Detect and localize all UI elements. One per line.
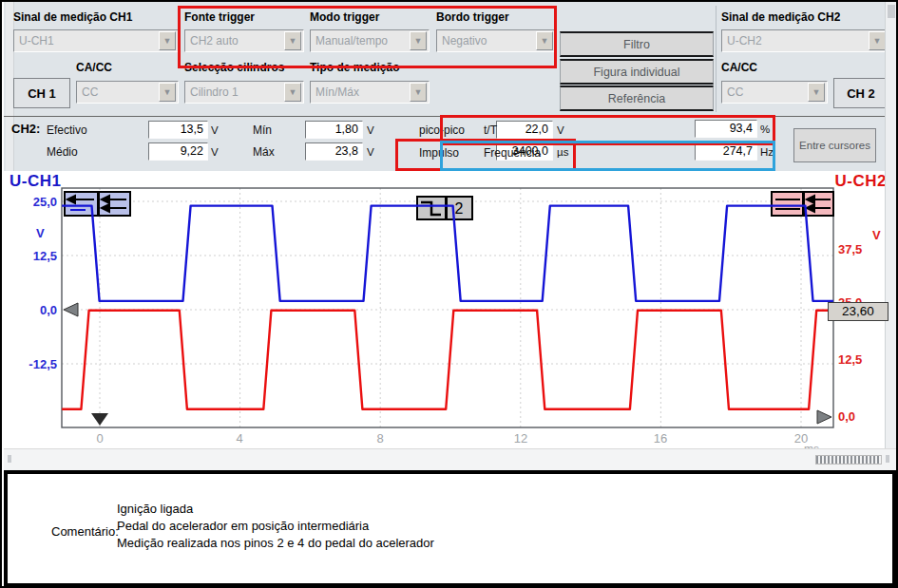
x-tick-0: 0 xyxy=(81,431,119,446)
cursor-value-readout: 23,60 xyxy=(828,302,888,321)
right-axis-unit: V xyxy=(872,228,881,242)
left-tick-12-5: 12,5 xyxy=(23,249,57,263)
horizontal-scrollbar[interactable] xyxy=(4,448,896,470)
ch1-trace-title: U-CH1 xyxy=(10,172,61,191)
ch1-signal-value: U-CH1 xyxy=(14,34,159,47)
chevron-down-icon: ▼ xyxy=(536,31,553,50)
right-tick-37-5: 37,5 xyxy=(838,242,862,256)
frequencia-value: 274,7 xyxy=(695,142,757,161)
min-unit: V xyxy=(367,124,374,136)
meas-channel-label: CH2: xyxy=(11,122,40,136)
trigger-time-marker[interactable] xyxy=(91,413,108,426)
trigger-edge-value: Negativo xyxy=(437,34,536,47)
t-over-T-label: t/T xyxy=(484,123,497,137)
chevron-down-icon: ▼ xyxy=(159,83,176,102)
chevron-down-icon: ▼ xyxy=(159,31,176,50)
ch2-button[interactable]: CH 2 xyxy=(833,78,888,108)
measure-type-select[interactable]: Mín/Máx ▼ xyxy=(310,81,430,104)
ch1-cacc-label: CA/CC xyxy=(76,61,112,74)
comment-line: Ignição ligada xyxy=(117,502,193,516)
left-tick-0: 0,0 xyxy=(23,303,57,317)
filter-button[interactable]: Filtro xyxy=(560,31,714,57)
scrollbar-thumb[interactable] xyxy=(815,455,882,465)
min-value: 1,80 xyxy=(305,121,363,139)
scrollbar-end-right xyxy=(886,455,889,463)
frequencia-label: Frequência xyxy=(484,146,541,160)
comment-line: Medição realizada nos pinos 2 e 4 do ped… xyxy=(117,536,434,550)
scrollbar-end-left xyxy=(8,455,11,463)
single-figure-button[interactable]: Figura individual xyxy=(560,59,714,85)
chevron-down-icon: ▼ xyxy=(284,31,301,50)
vertical-scrollbar[interactable] xyxy=(885,2,897,448)
ch2-signal-label: Sinal de medição CH2 xyxy=(721,10,840,24)
ch1-zero-marker[interactable] xyxy=(64,303,78,316)
trigger-source-value: CH2 auto xyxy=(185,34,284,47)
ch2-cacc-select[interactable]: CC ▼ xyxy=(721,81,828,104)
control-panel: Sinal de medição CH1 U-CH1 ▼ CA/CC CH 1 … xyxy=(4,2,896,172)
chevron-down-icon: ▼ xyxy=(808,83,825,102)
left-tick-25: 25,0 xyxy=(23,195,57,209)
impulso-unit: µs xyxy=(557,146,568,158)
ch2-trace-title: U-CH2 xyxy=(835,172,887,191)
ch1-position-handle[interactable] xyxy=(65,192,130,216)
pico-pico-label: pico-pico xyxy=(419,123,465,137)
cylinder-value: Cilindro 1 xyxy=(185,85,284,99)
scrollbar-thumb[interactable] xyxy=(888,5,895,18)
x-tick-8: 8 xyxy=(361,431,399,446)
row-separator xyxy=(4,116,896,117)
comment-line: Pedal do acelerador em posição intermedi… xyxy=(117,519,369,533)
ch2-signal-select[interactable]: U-CH2 ▼ xyxy=(721,29,888,52)
x-tick-12: 12 xyxy=(502,431,540,446)
medio-unit: V xyxy=(211,146,219,158)
trigger-mode-select[interactable]: Manual/tempo ▼ xyxy=(310,29,430,52)
ch2-cacc-value: CC xyxy=(722,85,808,99)
t-over-T-value: 93,4 xyxy=(695,120,757,138)
panel-divider xyxy=(716,6,716,112)
chevron-down-icon: ▼ xyxy=(410,31,427,50)
oscilloscope-window: Sinal de medição CH1 U-CH1 ▼ CA/CC CH 1 … xyxy=(0,0,898,588)
ch2-cacc-label: CA/CC xyxy=(721,61,757,74)
impulso-label: Impulso xyxy=(419,146,459,160)
between-cursors-button[interactable]: Entre cursores xyxy=(793,128,876,162)
efectivo-value: 13,5 xyxy=(148,121,208,139)
comment-label: Comentário: xyxy=(51,524,119,539)
efectivo-label: Efectivo xyxy=(47,123,87,137)
reference-button[interactable]: Referência xyxy=(560,85,714,111)
t-over-T-unit: % xyxy=(760,123,770,135)
ch2-zero-marker[interactable] xyxy=(817,410,831,424)
pico-pico-unit: V xyxy=(557,124,564,136)
trigger-channel-number: 2 xyxy=(455,200,464,217)
max-label: Máx xyxy=(253,145,275,159)
comment-box: Comentário: Ignição ligada Pedal do acel… xyxy=(4,470,896,587)
medio-value: 9,22 xyxy=(148,142,208,161)
max-value: 23,8 xyxy=(305,142,363,161)
ch1-signal-select[interactable]: U-CH1 ▼ xyxy=(13,29,179,52)
pico-pico-value: 22,0 xyxy=(496,121,553,139)
left-tick-neg12-5: -12,5 xyxy=(23,357,57,371)
x-tick-4: 4 xyxy=(220,431,258,446)
min-label: Mín xyxy=(253,123,272,137)
trigger-source-label: Fonte trigger xyxy=(184,10,255,24)
ch2-position-handle[interactable] xyxy=(772,192,833,216)
right-tick-12-5: 12,5 xyxy=(838,352,862,367)
trigger-source-select[interactable]: CH2 auto ▼ xyxy=(184,29,304,52)
ch1-cacc-value: CC xyxy=(77,85,159,99)
right-tick-0: 0,0 xyxy=(838,409,855,424)
ch1-button[interactable]: CH 1 xyxy=(13,78,70,108)
measure-type-label: Tipo de medição xyxy=(310,61,399,74)
trigger-edge-select[interactable]: Negativo ▼ xyxy=(436,29,556,52)
trigger-edge-label: Bordo trigger xyxy=(436,10,509,24)
chevron-down-icon: ▼ xyxy=(284,83,301,102)
scope-plot: 2 xyxy=(4,171,896,448)
trigger-channel-badge[interactable]: 2 xyxy=(417,197,472,219)
efectivo-unit: V xyxy=(211,124,219,136)
ch2-waveform xyxy=(62,311,833,409)
medio-label: Médio xyxy=(47,145,78,159)
ch1-cacc-select[interactable]: CC ▼ xyxy=(76,81,179,104)
max-unit: V xyxy=(367,146,374,158)
left-axis-unit: V xyxy=(36,226,45,240)
cylinder-select[interactable]: Cilindro 1 ▼ xyxy=(184,81,304,104)
chevron-down-icon: ▼ xyxy=(410,83,427,102)
chevron-down-icon: ▼ xyxy=(869,31,886,50)
frequencia-unit: Hz xyxy=(760,146,774,158)
